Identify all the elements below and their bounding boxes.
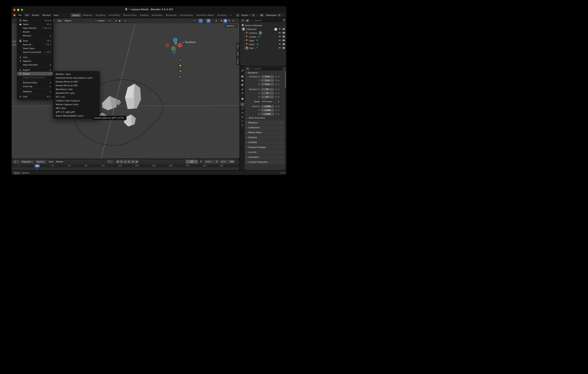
file-menu-item-save-as[interactable]: Save As...⇧ ⌘ S — [17, 43, 53, 46]
expand-chevron-icon[interactable]: ▸ — [244, 40, 245, 42]
tab-modifiers-icon[interactable] — [240, 107, 245, 111]
tab-object-icon[interactable] — [240, 102, 245, 107]
lock-icon[interactable] — [275, 79, 277, 82]
panel-viewport-display[interactable]: ▸Viewport Display···· — [245, 145, 284, 150]
disable-render-icon[interactable] — [283, 28, 285, 31]
viewlayer-browse-icon[interactable]: ▾ — [260, 13, 264, 17]
properties-editor-type-dropdown[interactable]: ▾ — [246, 67, 250, 71]
zoom-viewport-button[interactable] — [178, 58, 182, 62]
expand-chevron-icon[interactable]: ▸ — [244, 32, 245, 34]
animate-dot-icon[interactable] — [278, 89, 279, 90]
timeline-marker-menu[interactable]: Marker — [55, 160, 64, 163]
outliner-display-mode-dropdown[interactable]: ▾ — [246, 19, 250, 22]
outliner-editor-type-dropdown[interactable]: ▾ — [241, 19, 245, 22]
playhead-badge[interactable]: 22 — [35, 164, 40, 167]
transform-orientation-dropdown[interactable]: Global ▾ — [94, 19, 106, 23]
tab-scene-icon[interactable] — [240, 87, 245, 91]
transform-panel-header[interactable]: ▾ Transform ···· — [245, 71, 285, 75]
gizmos-toggle[interactable]: ▾ — [199, 19, 205, 23]
menu-help[interactable]: Help — [52, 13, 60, 17]
proportional-editing-icon[interactable] — [124, 19, 127, 23]
rotation-y-field[interactable]: 0° — [261, 92, 274, 95]
proportional-editing-controls[interactable]: ▾ — [124, 19, 133, 23]
overlays-dropdown[interactable]: ▾ — [210, 19, 213, 23]
frame-start-field[interactable]: Start 1 — [204, 160, 219, 163]
collapse-chevron-icon[interactable]: ▾ — [241, 28, 242, 30]
tab-animation[interactable]: Animation — [150, 13, 164, 17]
tab-modeling[interactable]: Modeling — [81, 13, 94, 17]
file-menu-item-link[interactable]: Link... — [17, 55, 53, 59]
animate-dot-icon[interactable] — [278, 110, 279, 111]
new-viewlayer-icon[interactable] — [278, 14, 281, 17]
add-workspace-button[interactable]: + — [228, 13, 233, 17]
shading-material-button[interactable] — [227, 19, 231, 23]
outliner-row-collection[interactable]: ▾ Collection ✓ — [240, 27, 286, 31]
outliner-row-light[interactable]: ▸ Light — [240, 39, 286, 43]
viewlayer-selector[interactable]: ViewLayer — [265, 13, 285, 17]
panel-collections[interactable]: ▸Collections···· — [245, 125, 284, 130]
gizmo-axis-x[interactable]: X — [178, 43, 182, 47]
add-menu[interactable]: Add — [56, 19, 63, 22]
blender-logo-icon[interactable] — [11, 14, 17, 17]
toolbar-expand-chevron-icon[interactable]: › — [12, 47, 12, 49]
outliner-row-rocks[interactable]: ▸ rocks — [240, 43, 286, 46]
panel-shading[interactable]: ▸Shading···· — [245, 135, 284, 140]
snap-magnet-icon[interactable] — [114, 19, 118, 23]
object-menu[interactable]: Object — [63, 19, 73, 22]
playhead-line[interactable] — [37, 167, 37, 170]
tab-view-layer-icon[interactable] — [240, 83, 245, 87]
prev-keyframe-button[interactable] — [120, 160, 123, 163]
disable-render-icon[interactable] — [283, 39, 285, 42]
auto-key-record-icon[interactable] — [108, 160, 110, 163]
hide-eye-icon[interactable] — [278, 47, 281, 50]
pan-viewport-button[interactable]: ✋ — [178, 63, 182, 67]
remove-viewlayer-icon[interactable] — [282, 14, 284, 17]
outliner-row-crystal[interactable]: ▸ crystal — [240, 35, 286, 39]
tab-tool-icon[interactable] — [240, 69, 245, 73]
file-menu-item-append[interactable]: Append... — [17, 59, 53, 63]
hide-eye-icon[interactable] — [278, 32, 281, 34]
lock-icon[interactable] — [275, 96, 277, 98]
scale-y-field[interactable]: 1.000 — [261, 109, 274, 112]
region-tab-view[interactable]: View — [236, 58, 240, 65]
file-menu-item-save[interactable]: Save⌘ S — [17, 39, 53, 43]
auto-keying-controls[interactable]: ▾ — [107, 160, 113, 163]
outliner-row-camera[interactable]: ▸ Camera — [240, 31, 286, 35]
options-button[interactable]: Options▾ — [225, 24, 238, 28]
unlink-scene-icon[interactable] — [256, 14, 258, 17]
hide-eye-icon[interactable] — [278, 35, 281, 38]
animate-dot-icon[interactable] — [278, 114, 279, 114]
lock-icon[interactable] — [275, 83, 277, 86]
tab-collection-icon[interactable] — [240, 97, 245, 101]
outliner-row-trail[interactable]: ▸ trail — [240, 46, 286, 50]
tab-render-icon[interactable] — [240, 74, 245, 78]
file-menu-item-external-data[interactable]: External Data▶ — [17, 81, 53, 85]
gizmo-axis-z-neg[interactable] — [172, 50, 176, 53]
lock-icon[interactable] — [275, 109, 277, 112]
play-button[interactable] — [127, 160, 131, 163]
hide-eye-icon[interactable] — [278, 28, 281, 31]
rotation-x-field[interactable]: 0° — [261, 88, 274, 91]
pivot-point-dropdown[interactable]: ▾ — [108, 19, 113, 23]
file-menu-item-save-incremental[interactable]: Save Incremental⌥ ⌘ S — [17, 50, 53, 54]
overlays-icon[interactable] — [207, 19, 210, 23]
file-menu-item-open[interactable]: Open...⌘ O — [17, 22, 53, 26]
panel-motion-paths[interactable]: ▸Motion Paths···· — [245, 130, 284, 135]
disable-render-icon[interactable] — [283, 32, 285, 34]
camera-view-button[interactable] — [178, 69, 182, 73]
export-item-stanford-ply[interactable]: Stanford PLY (.ply) — [53, 91, 99, 95]
snap-target-dropdown[interactable]: ▾ — [118, 19, 122, 23]
file-menu-item-import[interactable]: Import▶ — [17, 68, 53, 72]
rotation-z-field[interactable]: 0° — [261, 96, 274, 98]
tab-rendering[interactable]: Rendering — [164, 13, 178, 17]
panel-custom-properties[interactable]: ▸Custom Properties···· — [245, 160, 284, 164]
scale-x-field[interactable]: 1.000 — [261, 105, 274, 108]
rotation-mode-dropdown[interactable]: XYZ Euler▾ — [261, 100, 274, 103]
timeline-editor-type-dropdown[interactable]: ▾ — [13, 160, 19, 164]
tab-physics-icon[interactable] — [240, 111, 245, 115]
shading-dropdown[interactable]: ▾ — [235, 19, 238, 23]
tab-shading[interactable]: Shading — [138, 13, 150, 17]
hide-eye-icon[interactable] — [278, 39, 281, 42]
tab-scripting[interactable]: Scripting — [216, 13, 228, 17]
lock-icon[interactable] — [275, 92, 277, 95]
